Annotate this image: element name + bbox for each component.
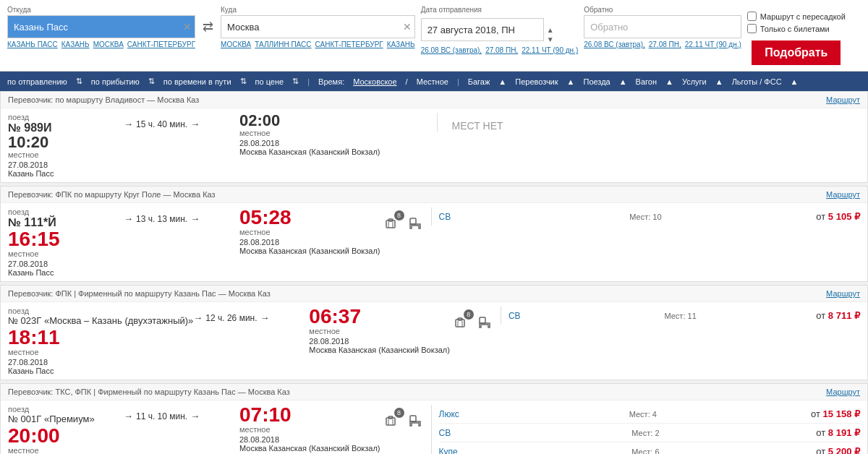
depart-col: поезд № 023Г «Москва – Казань (двухэтажн…: [8, 307, 193, 375]
depart-date: 27.08.2018: [8, 160, 124, 169]
date-up-arrow[interactable]: ▲: [547, 25, 554, 35]
return-link-0[interactable]: 26.08 ВС (завтра),: [584, 40, 645, 48]
sort-by-duration[interactable]: по времени в пути: [163, 77, 231, 86]
price-class[interactable]: СВ: [509, 311, 545, 321]
arrive-time: 02:00: [239, 113, 380, 129]
filter-train[interactable]: Поезда: [583, 77, 610, 86]
route-link[interactable]: Маршрут: [826, 289, 860, 298]
luggage-icon-badge: 8: [380, 213, 401, 236]
depart-time: 10:20: [8, 134, 124, 150]
arrive-date: 28.08.2018: [309, 337, 450, 346]
sort-by-departure[interactable]: по отправлению: [7, 77, 67, 86]
search-button[interactable]: Подобрать: [752, 40, 841, 65]
to-links: МОСКВА ТАЛЛИНН ПАСС САНКТ-ПЕТЕРБУРГ КАЗА…: [221, 40, 415, 48]
return-link-2[interactable]: 22.11 ЧТ (90 дн.): [685, 40, 741, 48]
train-header: Перевозчик: по маршруту Владивост — Моск…: [1, 92, 867, 108]
option-transfer-checkbox[interactable]: [747, 12, 757, 21]
price-class[interactable]: Купе: [439, 447, 475, 455]
to-link-1[interactable]: ТАЛЛИНН ПАСС: [255, 40, 311, 48]
train-icons: 8: [450, 307, 495, 335]
arrow-right: →: [124, 119, 133, 129]
train-label: поезд: [8, 207, 124, 216]
seat-icon: [405, 213, 425, 234]
from-value: Казань Пасс: [14, 22, 68, 33]
arrive-time: 07:10: [239, 405, 380, 425]
to-input[interactable]: Москва ✕: [221, 15, 415, 38]
option-transfer[interactable]: Маршрут с пересадкой: [747, 12, 846, 21]
swap-button[interactable]: ⇄: [201, 19, 215, 35]
from-link-3[interactable]: САНКТ-ПЕТЕРБУРГ: [127, 40, 195, 48]
route-link[interactable]: Маршрут: [826, 387, 860, 396]
to-link-2[interactable]: САНКТ-ПЕТЕРБУРГ: [315, 40, 383, 48]
filter-services[interactable]: Услуги: [682, 77, 707, 86]
time-moscow-link[interactable]: Московское: [353, 77, 396, 86]
date-input[interactable]: 27 августа 2018, ПН: [421, 18, 544, 41]
price-amount: от 5 200 ₽: [816, 446, 860, 454]
filter-discount-icon: ▲: [791, 77, 799, 86]
date-arrows: ▲ ▼: [547, 25, 554, 44]
filter-discount[interactable]: Льготы / ФСС: [732, 77, 782, 86]
sort-icon-departure: ⇅: [76, 77, 82, 86]
sort-by-price[interactable]: по цене: [255, 77, 284, 86]
date-link-2[interactable]: 22.11 ЧТ (90 дн.): [522, 46, 578, 54]
date-link-1[interactable]: 27.08 ПН,: [485, 46, 518, 54]
arrive-station: Москва Казанская (Казанский Вокзал): [309, 346, 450, 354]
return-links: 26.08 ВС (завтра), 27.08 ПН, 22.11 ЧТ (9…: [584, 40, 741, 48]
return-input[interactable]: Обратно: [584, 15, 741, 38]
date-links: 26.08 ВС (завтра), 27.08 ПН, 22.11 ЧТ (9…: [421, 46, 579, 54]
depart-type: местное: [8, 150, 124, 159]
sort-icon-price: ⇅: [292, 77, 299, 86]
filter-baggage[interactable]: Багаж: [468, 77, 490, 86]
price-seats: Мест: 10: [629, 213, 661, 221]
price-class[interactable]: Люкс: [439, 409, 475, 419]
from-clear-button[interactable]: ✕: [183, 22, 192, 32]
duration-col: → 12 ч. 26 мин. →: [193, 307, 309, 323]
arrive-type: местное: [239, 425, 380, 434]
filter-car[interactable]: Вагон: [636, 77, 657, 86]
filter-carrier[interactable]: Перевозчик: [515, 77, 558, 86]
price-class[interactable]: СВ: [439, 428, 475, 438]
route-link[interactable]: Маршрут: [826, 190, 860, 199]
search-header: Откуда Казань Пасс ✕ КАЗАНЬ ПАСС КАЗАНЬ …: [0, 0, 868, 72]
option-tickets[interactable]: Только с билетами: [747, 24, 846, 33]
price-amount: от 15 158 ₽: [811, 408, 860, 419]
price-row: СВ Мест: 11 от 8 711 ₽: [509, 307, 860, 325]
arrive-col: 05:28 местное 28.08.2018 Москва Казанска…: [239, 207, 380, 255]
from-link-2[interactable]: МОСКВА: [93, 40, 124, 48]
return-label: Обратно: [584, 6, 741, 14]
date-down-arrow[interactable]: ▼: [547, 35, 554, 44]
to-clear-button[interactable]: ✕: [403, 22, 412, 32]
seat-icon: [405, 411, 425, 431]
depart-station: Казань Пасс: [8, 268, 124, 277]
option-tickets-checkbox[interactable]: [747, 24, 757, 33]
depart-date: 27.08.2018: [8, 358, 193, 367]
arrow-right2: →: [260, 312, 270, 323]
filter-train-icon: ▲: [619, 77, 627, 86]
price-class[interactable]: СВ: [439, 212, 475, 222]
sort-by-arrival[interactable]: по прибытию: [91, 77, 140, 86]
from-link-0[interactable]: КАЗАНЬ ПАСС: [7, 40, 58, 48]
price-row: Купе Мест: 6 от 5 200 ₽: [439, 442, 860, 454]
from-link-1[interactable]: КАЗАНЬ: [61, 40, 90, 48]
luggage-badge: 8: [394, 408, 404, 418]
arrow-right: →: [124, 411, 133, 421]
filter-services-icon: ▲: [715, 77, 723, 86]
return-placeholder: Обратно: [590, 22, 628, 33]
sort-icon-duration: ⇅: [240, 77, 247, 86]
to-link-3[interactable]: КАЗАНЬ: [387, 40, 415, 48]
arrive-station: Москва Казанская (Казанский Вокзал): [239, 147, 380, 156]
depart-date: 27.08.2018: [8, 260, 124, 268]
duration: 12 ч. 26 мин.: [205, 313, 257, 323]
return-link-1[interactable]: 27.08 ПН,: [649, 40, 681, 48]
from-input[interactable]: Казань Пасс ✕: [7, 15, 195, 38]
date-link-0[interactable]: 26.08 ВС (завтра),: [421, 46, 482, 54]
depart-col: поезд № 001Г «Премиум» 20:00 местное 27.…: [8, 405, 124, 454]
seat-icon-badge: [475, 312, 495, 335]
time-local-link[interactable]: Местное: [417, 77, 448, 86]
duration: 15 ч. 40 мин.: [136, 119, 187, 129]
route-link[interactable]: Маршрут: [826, 95, 860, 104]
options-group: Маршрут с пересадкой Только с билетами: [747, 12, 846, 33]
filter-car-icon: ▲: [665, 77, 673, 86]
price-amount: от 8 711 ₽: [816, 310, 860, 321]
to-link-0[interactable]: МОСКВА: [221, 40, 251, 48]
